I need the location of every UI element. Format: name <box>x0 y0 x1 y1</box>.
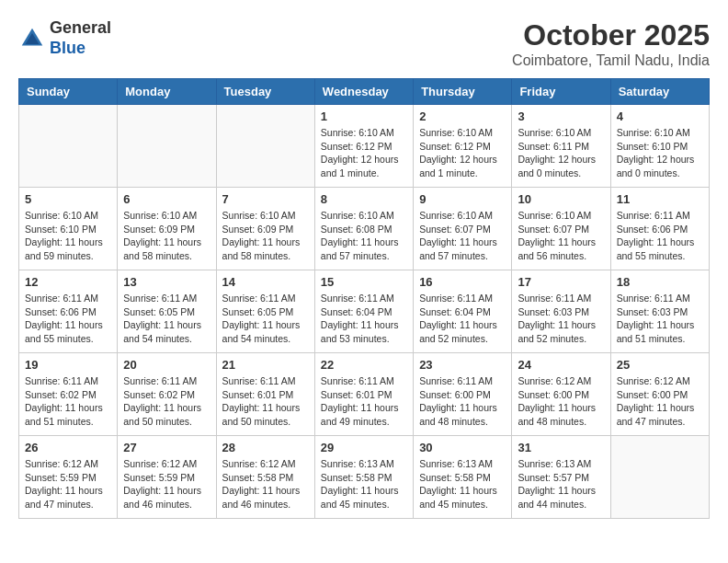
day-number: 10 <box>518 192 604 206</box>
day-info: Sunrise: 6:11 AM Sunset: 6:00 PM Dayligh… <box>419 374 506 429</box>
calendar-table: SundayMondayTuesdayWednesdayThursdayFrid… <box>18 78 710 519</box>
day-info: Sunrise: 6:13 AM Sunset: 5:58 PM Dayligh… <box>419 457 506 511</box>
logo-general: General <box>50 18 111 39</box>
day-cell: 1Sunrise: 6:10 AM Sunset: 6:12 PM Daylig… <box>314 105 413 188</box>
day-cell <box>118 105 216 188</box>
week-row-3: 12Sunrise: 6:11 AM Sunset: 6:06 PM Dayli… <box>19 270 710 353</box>
day-number: 4 <box>617 109 703 123</box>
day-info: Sunrise: 6:10 AM Sunset: 6:12 PM Dayligh… <box>321 126 407 180</box>
day-number: 24 <box>518 358 604 372</box>
day-info: Sunrise: 6:11 AM Sunset: 6:03 PM Dayligh… <box>617 292 703 346</box>
day-info: Sunrise: 6:12 AM Sunset: 6:00 PM Dayligh… <box>617 374 703 429</box>
day-cell <box>19 105 118 188</box>
day-cell: 20Sunrise: 6:11 AM Sunset: 6:02 PM Dayli… <box>118 353 216 436</box>
day-number: 23 <box>419 358 506 372</box>
week-row-5: 26Sunrise: 6:12 AM Sunset: 5:59 PM Dayli… <box>19 436 710 519</box>
day-number: 17 <box>518 275 604 289</box>
day-info: Sunrise: 6:11 AM Sunset: 6:04 PM Dayligh… <box>419 292 506 346</box>
day-number: 2 <box>419 109 506 123</box>
col-header-sunday: Sunday <box>19 79 118 105</box>
day-cell: 7Sunrise: 6:10 AM Sunset: 6:09 PM Daylig… <box>216 188 314 270</box>
day-cell: 2Sunrise: 6:10 AM Sunset: 6:12 PM Daylig… <box>414 105 512 188</box>
logo: General Blue <box>18 18 111 58</box>
day-info: Sunrise: 6:11 AM Sunset: 6:05 PM Dayligh… <box>222 292 309 346</box>
day-cell: 22Sunrise: 6:11 AM Sunset: 6:01 PM Dayli… <box>314 353 413 436</box>
week-row-2: 5Sunrise: 6:10 AM Sunset: 6:10 PM Daylig… <box>19 188 710 270</box>
day-info: Sunrise: 6:11 AM Sunset: 6:01 PM Dayligh… <box>222 374 309 429</box>
day-number: 20 <box>123 358 210 372</box>
day-info: Sunrise: 6:10 AM Sunset: 6:11 PM Dayligh… <box>518 126 604 180</box>
day-cell: 30Sunrise: 6:13 AM Sunset: 5:58 PM Dayli… <box>414 436 512 519</box>
day-info: Sunrise: 6:10 AM Sunset: 6:10 PM Dayligh… <box>25 209 111 263</box>
day-info: Sunrise: 6:13 AM Sunset: 5:57 PM Dayligh… <box>518 457 604 511</box>
day-cell: 5Sunrise: 6:10 AM Sunset: 6:10 PM Daylig… <box>19 188 118 270</box>
day-cell: 6Sunrise: 6:10 AM Sunset: 6:09 PM Daylig… <box>118 188 216 270</box>
day-number: 15 <box>321 275 407 289</box>
day-cell: 28Sunrise: 6:12 AM Sunset: 5:58 PM Dayli… <box>216 436 314 519</box>
day-info: Sunrise: 6:11 AM Sunset: 6:06 PM Dayligh… <box>617 209 703 263</box>
day-number: 26 <box>25 441 111 454</box>
day-number: 18 <box>617 275 703 289</box>
day-cell: 3Sunrise: 6:10 AM Sunset: 6:11 PM Daylig… <box>512 105 610 188</box>
day-cell: 24Sunrise: 6:12 AM Sunset: 6:00 PM Dayli… <box>512 353 610 436</box>
day-cell <box>216 105 314 188</box>
day-cell <box>610 436 709 519</box>
page-header: General Blue October 2025 Coimbatore, Ta… <box>18 18 710 69</box>
title-section: October 2025 Coimbatore, Tamil Nadu, Ind… <box>512 18 710 69</box>
day-info: Sunrise: 6:11 AM Sunset: 6:05 PM Dayligh… <box>123 292 210 346</box>
week-row-4: 19Sunrise: 6:11 AM Sunset: 6:02 PM Dayli… <box>19 353 710 436</box>
day-cell: 25Sunrise: 6:12 AM Sunset: 6:00 PM Dayli… <box>610 353 709 436</box>
day-info: Sunrise: 6:10 AM Sunset: 6:09 PM Dayligh… <box>123 209 210 263</box>
day-number: 7 <box>222 192 309 206</box>
location: Coimbatore, Tamil Nadu, India <box>512 52 710 69</box>
day-number: 11 <box>617 192 703 206</box>
day-cell: 18Sunrise: 6:11 AM Sunset: 6:03 PM Dayli… <box>610 270 709 353</box>
day-number: 1 <box>321 109 407 123</box>
day-number: 29 <box>321 441 407 454</box>
day-info: Sunrise: 6:10 AM Sunset: 6:07 PM Dayligh… <box>419 209 506 263</box>
day-info: Sunrise: 6:10 AM Sunset: 6:10 PM Dayligh… <box>617 126 703 180</box>
day-number: 30 <box>419 441 506 454</box>
day-number: 16 <box>419 275 506 289</box>
day-number: 22 <box>321 358 407 372</box>
col-header-thursday: Thursday <box>414 79 512 105</box>
day-info: Sunrise: 6:12 AM Sunset: 5:58 PM Dayligh… <box>222 457 309 511</box>
day-info: Sunrise: 6:11 AM Sunset: 6:04 PM Dayligh… <box>321 292 407 346</box>
day-number: 19 <box>25 358 111 372</box>
day-cell: 4Sunrise: 6:10 AM Sunset: 6:10 PM Daylig… <box>610 105 709 188</box>
logo-blue: Blue <box>50 39 111 59</box>
day-number: 3 <box>518 109 604 123</box>
month-title: October 2025 <box>512 18 710 52</box>
day-info: Sunrise: 6:10 AM Sunset: 6:07 PM Dayligh… <box>518 209 604 263</box>
day-cell: 17Sunrise: 6:11 AM Sunset: 6:03 PM Dayli… <box>512 270 610 353</box>
day-number: 6 <box>123 192 210 206</box>
day-info: Sunrise: 6:12 AM Sunset: 5:59 PM Dayligh… <box>25 457 111 511</box>
day-info: Sunrise: 6:13 AM Sunset: 5:58 PM Dayligh… <box>321 457 407 511</box>
day-number: 21 <box>222 358 309 372</box>
day-cell: 9Sunrise: 6:10 AM Sunset: 6:07 PM Daylig… <box>414 188 512 270</box>
day-cell: 26Sunrise: 6:12 AM Sunset: 5:59 PM Dayli… <box>19 436 118 519</box>
day-info: Sunrise: 6:11 AM Sunset: 6:06 PM Dayligh… <box>25 292 111 346</box>
day-cell: 21Sunrise: 6:11 AM Sunset: 6:01 PM Dayli… <box>216 353 314 436</box>
day-info: Sunrise: 6:10 AM Sunset: 6:08 PM Dayligh… <box>321 209 407 263</box>
day-info: Sunrise: 6:11 AM Sunset: 6:01 PM Dayligh… <box>321 374 407 429</box>
col-header-saturday: Saturday <box>610 79 709 105</box>
day-cell: 16Sunrise: 6:11 AM Sunset: 6:04 PM Dayli… <box>414 270 512 353</box>
day-cell: 27Sunrise: 6:12 AM Sunset: 5:59 PM Dayli… <box>118 436 216 519</box>
day-cell: 13Sunrise: 6:11 AM Sunset: 6:05 PM Dayli… <box>118 270 216 353</box>
week-row-1: 1Sunrise: 6:10 AM Sunset: 6:12 PM Daylig… <box>19 105 710 188</box>
day-number: 28 <box>222 441 309 454</box>
day-info: Sunrise: 6:11 AM Sunset: 6:02 PM Dayligh… <box>25 374 111 429</box>
logo-icon <box>18 25 46 52</box>
day-number: 9 <box>419 192 506 206</box>
day-cell: 10Sunrise: 6:10 AM Sunset: 6:07 PM Dayli… <box>512 188 610 270</box>
day-info: Sunrise: 6:12 AM Sunset: 5:59 PM Dayligh… <box>123 457 210 511</box>
day-cell: 11Sunrise: 6:11 AM Sunset: 6:06 PM Dayli… <box>610 188 709 270</box>
day-cell: 23Sunrise: 6:11 AM Sunset: 6:00 PM Dayli… <box>414 353 512 436</box>
col-header-monday: Monday <box>118 79 216 105</box>
day-cell: 8Sunrise: 6:10 AM Sunset: 6:08 PM Daylig… <box>314 188 413 270</box>
day-cell: 14Sunrise: 6:11 AM Sunset: 6:05 PM Dayli… <box>216 270 314 353</box>
day-cell: 12Sunrise: 6:11 AM Sunset: 6:06 PM Dayli… <box>19 270 118 353</box>
day-cell: 29Sunrise: 6:13 AM Sunset: 5:58 PM Dayli… <box>314 436 413 519</box>
day-info: Sunrise: 6:10 AM Sunset: 6:09 PM Dayligh… <box>222 209 309 263</box>
